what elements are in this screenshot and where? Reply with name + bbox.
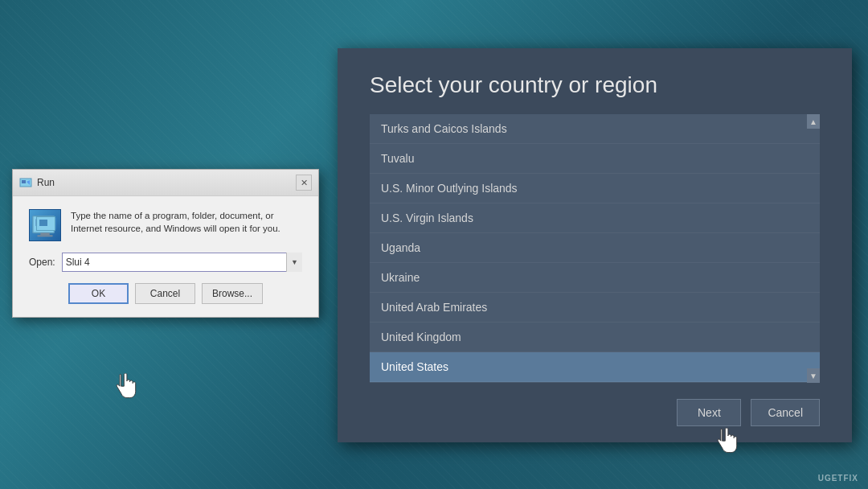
run-dropdown-button[interactable]: ▼ xyxy=(286,253,302,272)
svg-marker-5 xyxy=(47,218,55,230)
scroll-down-button[interactable]: ▼ xyxy=(807,368,820,383)
run-open-label: Open: xyxy=(29,257,55,268)
run-body: Type the name of a program, folder, docu… xyxy=(13,196,318,317)
run-ok-button[interactable]: OK xyxy=(68,283,129,304)
run-input-wrapper: ▼ xyxy=(62,253,302,272)
svg-rect-6 xyxy=(40,233,49,236)
country-footer: Next Cancel xyxy=(338,383,852,442)
run-dialog-title: Run xyxy=(37,177,55,188)
svg-rect-7 xyxy=(38,235,53,236)
run-close-button[interactable]: ✕ xyxy=(296,175,312,191)
run-open-row: Open: ▼ xyxy=(29,253,302,272)
run-browse-button[interactable]: Browse... xyxy=(202,283,263,304)
run-titlebar: Run ✕ xyxy=(13,170,318,196)
list-item[interactable]: Turks and Caicos Islands xyxy=(370,114,820,144)
run-dialog: Run ✕ Type the name of a program, folder… xyxy=(12,169,319,318)
run-titlebar-left: Run xyxy=(19,176,55,189)
list-item[interactable]: U.S. Minor Outlying Islands xyxy=(370,174,820,203)
list-item[interactable]: United Arab Emirates xyxy=(370,293,820,323)
run-input[interactable] xyxy=(62,253,302,272)
list-item[interactable]: Uganda xyxy=(370,233,820,263)
country-panel-title: Select your country or region xyxy=(338,48,852,114)
svg-rect-4 xyxy=(36,219,45,226)
next-button[interactable]: Next xyxy=(677,399,741,426)
country-list: Turks and Caicos Islands Tuvalu U.S. Min… xyxy=(370,114,820,383)
cancel-button[interactable]: Cancel xyxy=(751,399,820,426)
list-item[interactable]: United Kingdom xyxy=(370,323,820,352)
country-list-wrapper: Turks and Caicos Islands Tuvalu U.S. Min… xyxy=(370,114,820,383)
run-buttons: OK Cancel Browse... xyxy=(29,283,302,304)
run-description: Type the name of a program, folder, docu… xyxy=(71,209,302,241)
svg-rect-3 xyxy=(33,216,55,233)
country-panel: Select your country or region Turks and … xyxy=(338,48,852,442)
watermark: UGETFIX xyxy=(818,474,858,483)
list-item[interactable]: U.S. Virgin Islands xyxy=(370,203,820,233)
run-icon xyxy=(19,176,32,189)
scroll-up-button[interactable]: ▲ xyxy=(807,114,820,129)
run-big-icon xyxy=(29,209,61,241)
list-item[interactable]: Tuvalu xyxy=(370,144,820,174)
svg-rect-1 xyxy=(22,180,26,183)
list-item[interactable]: Ukraine xyxy=(370,263,820,293)
list-item-selected[interactable]: United States xyxy=(370,352,820,382)
run-content-area: Type the name of a program, folder, docu… xyxy=(29,209,302,241)
run-cancel-button[interactable]: Cancel xyxy=(135,283,195,304)
